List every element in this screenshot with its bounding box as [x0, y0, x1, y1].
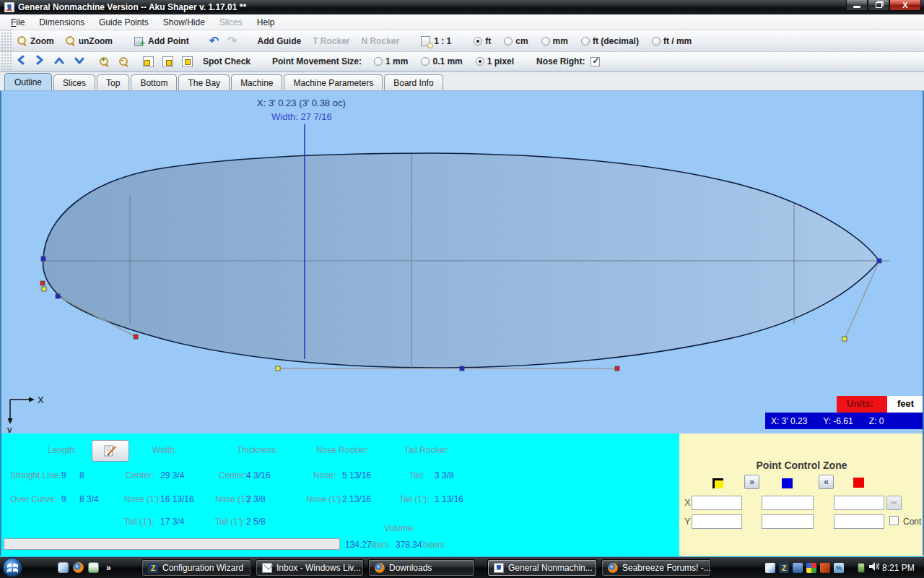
- tail-handle-point[interactable]: [134, 335, 138, 339]
- pan-down-button[interactable]: [69, 55, 90, 68]
- nose-tip-point[interactable]: [877, 259, 881, 263]
- bottom-handle-yellow-point[interactable]: [276, 366, 280, 371]
- zoom-in-icon[interactable]: +: [100, 57, 109, 66]
- taskbar-clock: 8:21 PM: [882, 563, 915, 573]
- unzoom-button[interactable]: unZoom: [60, 36, 118, 46]
- one-to-one-button[interactable]: 1 : 1: [415, 36, 457, 46]
- cut-button[interactable]: ✂: [886, 496, 902, 510]
- next-point-button[interactable]: »: [744, 475, 759, 489]
- view-corner-icon-2[interactable]: [162, 56, 173, 67]
- pan-up-button[interactable]: [49, 55, 69, 68]
- tail-rail-point-yellow[interactable]: [42, 287, 46, 291]
- movement-radio-1pixel[interactable]: 1 pixel: [469, 56, 520, 66]
- tail-tip-point[interactable]: [41, 256, 45, 261]
- tray-zonealarm-icon[interactable]: Z: [779, 563, 789, 573]
- tab-outline[interactable]: Outline: [4, 73, 52, 90]
- point-control-zone-title: Point Control Zone: [679, 460, 924, 471]
- zoom-out-icon[interactable]: -: [119, 57, 128, 66]
- prev-point-button[interactable]: «: [819, 475, 834, 489]
- start-button[interactable]: [2, 557, 23, 578]
- coord-y: Y: -6.61: [823, 416, 853, 426]
- task-downloads[interactable]: Downloads: [368, 559, 475, 577]
- view-center-icon[interactable]: [182, 56, 193, 67]
- tab-slices[interactable]: Slices: [53, 74, 95, 90]
- pan-left-button[interactable]: [12, 55, 30, 68]
- spot-check-button[interactable]: Spot Check: [197, 56, 256, 66]
- radio-icon: [374, 57, 383, 66]
- pcz-x1-input[interactable]: [692, 496, 742, 510]
- restore-button[interactable]: [868, 0, 889, 11]
- t-rocker-button: T Rocker: [307, 36, 355, 46]
- view-corner-icon-1[interactable]: [143, 56, 154, 67]
- menu-guide-points[interactable]: Guide Points: [92, 16, 155, 29]
- pcz-y-label: Y: [684, 516, 691, 527]
- pcz-y2-input[interactable]: [762, 514, 814, 529]
- tab-machine-parameters[interactable]: Machine Parameters: [284, 74, 383, 90]
- quicklaunch-app-icon[interactable]: [88, 562, 99, 573]
- tray-audio-app-icon[interactable]: [820, 563, 830, 573]
- quicklaunch-overflow-chevron[interactable]: »: [106, 563, 111, 573]
- pcz-x3-input[interactable]: [834, 496, 884, 510]
- tray-wireless-icon[interactable]: %: [834, 563, 844, 573]
- nose-handle-point[interactable]: [842, 337, 847, 341]
- tray-speaker-icon[interactable]: [868, 561, 879, 574]
- menu-file[interactable]: File: [4, 16, 31, 29]
- movement-radio-01mm[interactable]: 0.1 mm: [414, 56, 468, 66]
- volume-label: Volume:: [384, 523, 415, 533]
- task-inbox-windows-live[interactable]: Inbox - Windows Liv...: [256, 559, 364, 577]
- unit-radio-ft-decimal[interactable]: ft (decimal): [575, 36, 645, 46]
- quick-launch: »: [58, 562, 111, 573]
- add-point-icon: [134, 36, 144, 46]
- unit-radio-ft-mm[interactable]: ft / mm: [645, 36, 698, 46]
- add-guide-button[interactable]: Add Guide: [251, 36, 307, 46]
- system-tray: Z %: [765, 561, 879, 574]
- over-curve-label: Over Curve:: [10, 494, 57, 504]
- tray-battery-icon[interactable]: [858, 563, 865, 573]
- menu-dimensions[interactable]: Dimensions: [32, 16, 91, 29]
- firefox-quicklaunch-icon[interactable]: [73, 562, 84, 573]
- pcz-y1-input[interactable]: [692, 514, 742, 529]
- bottom-center-point[interactable]: [460, 366, 464, 371]
- unit-radio-mm[interactable]: mm: [535, 36, 575, 46]
- task-seabreeze-forums[interactable]: Seabreeze Forums! -...: [601, 559, 711, 577]
- tray-image-icon[interactable]: [765, 563, 775, 573]
- tray-color-grid-icon[interactable]: [806, 563, 816, 573]
- blue-point-swatch[interactable]: [782, 478, 793, 488]
- task-configuration-wizard[interactable]: Z Configuration Wizard: [141, 559, 251, 577]
- tab-bottom[interactable]: Bottom: [131, 74, 177, 90]
- tail-rail-point-blue[interactable]: [56, 294, 60, 298]
- menu-slices: Slices: [213, 16, 249, 29]
- red-point-swatch[interactable]: [853, 478, 864, 488]
- edit-length-button[interactable]: [92, 440, 129, 462]
- menu-show-hide[interactable]: Show/Hide: [157, 16, 212, 29]
- pcz-x2-input[interactable]: [762, 496, 814, 510]
- unit-radio-cm[interactable]: cm: [497, 36, 534, 46]
- tab-the-bay[interactable]: The Bay: [178, 74, 230, 90]
- nose-right-label: Nose Right:: [531, 56, 590, 66]
- board-outline-drawing[interactable]: [0, 91, 924, 434]
- pcz-y3-input[interactable]: [834, 514, 884, 529]
- undo-button[interactable]: ↶: [205, 34, 223, 48]
- movement-radio-1mm[interactable]: 1 mm: [367, 56, 414, 66]
- cont-checkbox[interactable]: [889, 516, 899, 525]
- nose-right-checkbox[interactable]: [590, 57, 600, 66]
- minimize-button[interactable]: [846, 0, 868, 11]
- redo-button: ↷: [223, 34, 241, 48]
- tail-rail-point-red[interactable]: [40, 281, 45, 285]
- nr-nose1-label: Nose (1'):: [306, 494, 344, 504]
- task-general-nonmachine[interactable]: General Nonmachin...: [487, 559, 597, 577]
- unit-radio-ft[interactable]: ft: [467, 36, 497, 46]
- menu-help[interactable]: Help: [250, 16, 282, 29]
- show-desktop-icon[interactable]: [58, 562, 69, 573]
- add-point-button[interactable]: Add Point: [128, 36, 195, 46]
- design-canvas[interactable]: X: 3' 0.23 (3' 0.38 oc) Width: 27 7/16 X…: [0, 91, 924, 434]
- pan-right-button[interactable]: [30, 55, 49, 68]
- close-button[interactable]: X: [889, 0, 921, 11]
- bottom-handle-red-point[interactable]: [615, 366, 619, 371]
- tab-board-info[interactable]: Board Info: [384, 74, 443, 90]
- zoom-button[interactable]: Zoom: [12, 36, 60, 46]
- tab-top[interactable]: Top: [97, 74, 129, 90]
- tray-display-icon[interactable]: [793, 563, 803, 573]
- yellow-point-swatch[interactable]: [712, 478, 723, 488]
- tab-machine[interactable]: Machine: [231, 74, 282, 90]
